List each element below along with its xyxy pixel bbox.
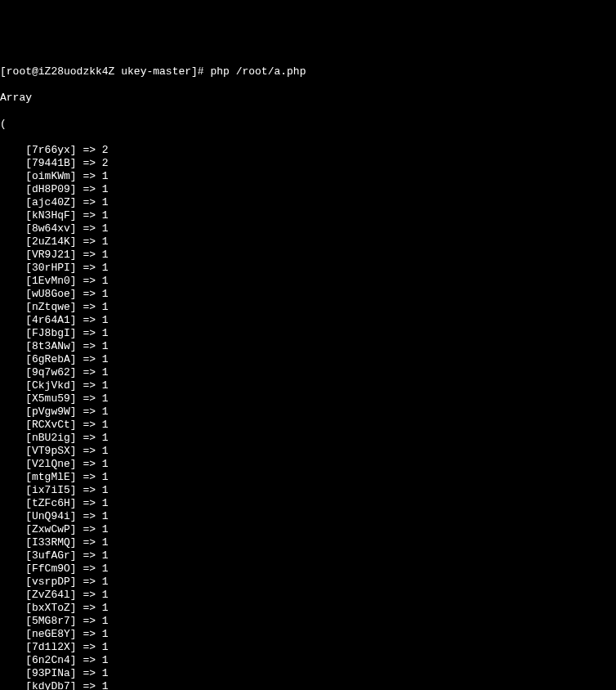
array-entry: [8w64xv] => 1 bbox=[0, 222, 616, 235]
array-header: Array bbox=[0, 92, 616, 105]
array-entry: [RCXvCt] => 1 bbox=[0, 419, 616, 432]
array-entry: [vsrpDP] => 1 bbox=[0, 576, 616, 589]
array-entry: [30rHPI] => 1 bbox=[0, 262, 616, 275]
array-entry: [ajc40Z] => 1 bbox=[0, 196, 616, 209]
array-entry: [9q7w62] => 1 bbox=[0, 366, 616, 379]
array-entry: [2uZ14K] => 1 bbox=[0, 235, 616, 249]
array-entry: [kN3HqF] => 1 bbox=[0, 209, 616, 222]
array-entry: [I33RMQ] => 1 bbox=[0, 536, 616, 549]
array-entry: [oimKWm] => 1 bbox=[0, 170, 616, 183]
array-entry: [bxXToZ] => 1 bbox=[0, 602, 616, 615]
array-entry: [7d1l2X] => 1 bbox=[0, 641, 616, 654]
array-entry: [pVgw9W] => 1 bbox=[0, 405, 616, 419]
array-entry: [CkjVkd] => 1 bbox=[0, 379, 616, 392]
array-entry: [8t3ANw] => 1 bbox=[0, 340, 616, 353]
array-entry: [ZxwCwP] => 1 bbox=[0, 523, 616, 536]
array-entry: [FfCm9O] => 1 bbox=[0, 562, 616, 576]
array-entry: [VT9pSX] => 1 bbox=[0, 445, 616, 458]
array-entry: [dH8P09] => 1 bbox=[0, 183, 616, 196]
array-entry: [3ufAGr] => 1 bbox=[0, 549, 616, 562]
array-entry: [6n2Cn4] => 1 bbox=[0, 654, 616, 667]
array-entry: [4r64A1] => 1 bbox=[0, 314, 616, 327]
open-paren: ( bbox=[0, 118, 616, 131]
array-entry: [ZvZ64l] => 1 bbox=[0, 589, 616, 602]
array-entry: [VR9J21] => 1 bbox=[0, 249, 616, 262]
array-entry: [ix7iI5] => 1 bbox=[0, 484, 616, 497]
array-entry: [nZtqwe] => 1 bbox=[0, 301, 616, 314]
array-entries: [7r66yx] => 2[79441B] => 2[oimKWm] => 1[… bbox=[0, 144, 616, 690]
array-entry: [5MG8r7] => 1 bbox=[0, 615, 616, 628]
array-entry: [tZFc6H] => 1 bbox=[0, 497, 616, 510]
array-entry: [kdyDb7] => 1 bbox=[0, 680, 616, 690]
shell-prompt-line: [root@iZ28uodzkk4Z ukey-master]# php /ro… bbox=[0, 65, 616, 78]
array-entry: [neGE8Y] => 1 bbox=[0, 628, 616, 641]
array-entry: [79441B] => 2 bbox=[0, 157, 616, 170]
array-entry: [wU8Goe] => 1 bbox=[0, 288, 616, 301]
array-entry: [X5mu59] => 1 bbox=[0, 392, 616, 405]
terminal-output[interactable]: [root@iZ28uodzkk4Z ukey-master]# php /ro… bbox=[0, 52, 616, 690]
array-entry: [mtgMlE] => 1 bbox=[0, 471, 616, 484]
array-entry: [UnQ94i] => 1 bbox=[0, 510, 616, 523]
array-entry: [1EvMn0] => 1 bbox=[0, 275, 616, 288]
array-entry: [V2lQne] => 1 bbox=[0, 458, 616, 471]
array-entry: [nBU2ig] => 1 bbox=[0, 432, 616, 445]
array-entry: [6gRebA] => 1 bbox=[0, 353, 616, 366]
array-entry: [93PINa] => 1 bbox=[0, 667, 616, 680]
array-entry: [FJ8bgI] => 1 bbox=[0, 327, 616, 340]
array-entry: [7r66yx] => 2 bbox=[0, 144, 616, 157]
